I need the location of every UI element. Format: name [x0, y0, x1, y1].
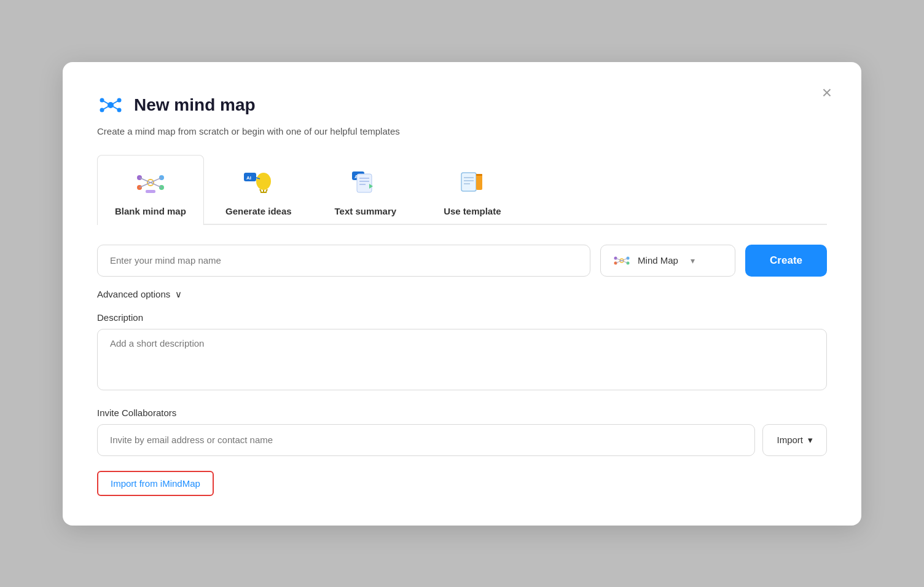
- generate-ideas-icon: AI: [241, 165, 276, 200]
- collaborators-row: Import ▾: [97, 424, 827, 456]
- modal-overlay: New mind map × Create a mind map from sc…: [0, 0, 924, 587]
- collaborators-label: Invite Collaborators: [97, 408, 827, 418]
- type-dropdown[interactable]: Mind Map ▾: [600, 245, 735, 277]
- blank-mindmap-icon: [133, 165, 168, 200]
- advanced-options-label: Advanced options: [97, 289, 170, 299]
- text-summary-icon: AI: [348, 165, 383, 200]
- collaborators-input[interactable]: [97, 424, 755, 456]
- dropdown-arrow-icon: ▾: [691, 256, 695, 266]
- svg-text:AI: AI: [246, 175, 251, 181]
- svg-rect-29: [357, 174, 372, 192]
- import-button[interactable]: Import ▾: [762, 424, 827, 456]
- tab-text-summary[interactable]: AI Text summary: [313, 155, 418, 225]
- svg-point-21: [256, 173, 271, 190]
- use-template-icon: [455, 165, 490, 200]
- svg-line-24: [266, 189, 267, 192]
- tab-template-label: Use template: [444, 206, 501, 216]
- tab-blank-label: Blank mind map: [115, 206, 186, 216]
- svg-rect-18: [146, 190, 155, 193]
- imindmap-import-link[interactable]: Import from iMindMap: [97, 471, 214, 496]
- svg-rect-38: [476, 174, 482, 190]
- mind-map-name-input[interactable]: [97, 245, 590, 277]
- description-textarea[interactable]: [97, 329, 827, 390]
- create-button[interactable]: Create: [745, 245, 827, 277]
- tabs-container: Blank mind map AI Generate: [97, 154, 827, 225]
- import-arrow-icon: ▾: [808, 435, 813, 446]
- tab-generate[interactable]: AI Generate ideas: [206, 155, 311, 225]
- mindmap-logo-icon: [97, 92, 124, 119]
- advanced-options-toggle[interactable]: Advanced options ∨: [97, 289, 182, 300]
- svg-rect-34: [461, 173, 476, 191]
- svg-rect-39: [476, 174, 482, 176]
- advanced-chevron-icon: ∨: [175, 289, 182, 300]
- tab-blank[interactable]: Blank mind map: [97, 155, 204, 225]
- modal-container: New mind map × Create a mind map from sc…: [63, 62, 861, 526]
- import-label: Import: [777, 435, 803, 445]
- tab-generate-label: Generate ideas: [225, 206, 292, 216]
- description-label: Description: [97, 312, 827, 323]
- type-dropdown-icon: [613, 255, 630, 266]
- tab-use-template[interactable]: Use template: [420, 155, 525, 225]
- tab-text-label: Text summary: [335, 206, 397, 216]
- form-row: Mind Map ▾ Create: [97, 245, 827, 277]
- modal-subtitle: Create a mind map from scratch or begin …: [97, 126, 827, 136]
- modal-title: New mind map: [134, 95, 256, 115]
- svg-line-22: [260, 189, 261, 192]
- type-dropdown-label: Mind Map: [638, 255, 678, 266]
- modal-header: New mind map: [97, 92, 827, 119]
- close-button[interactable]: ×: [822, 84, 832, 101]
